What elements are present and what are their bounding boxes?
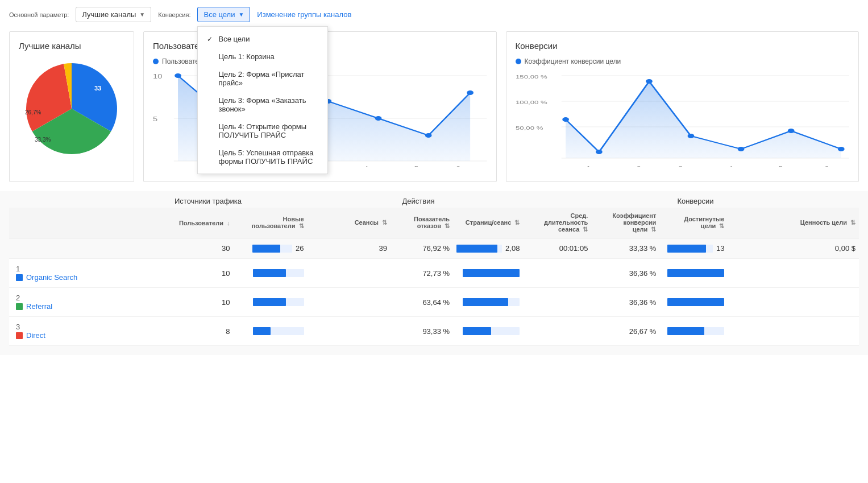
direct-color (16, 332, 23, 339)
row2-bounce: 63,64 % (391, 288, 453, 317)
row3-users: 8 (111, 317, 234, 346)
svg-text:6 окт.: 6 окт. (824, 165, 843, 167)
row1-users: 10 (111, 259, 234, 288)
row1-channel: 1 Organic Search (9, 259, 111, 288)
col-sessions[interactable]: Сеансы ⇅ (308, 208, 391, 238)
referral-color (16, 303, 23, 310)
col-duration[interactable]: Сред.длительностьсеанса ⇅ (523, 208, 591, 238)
total-duration: 00:01:05 (523, 238, 591, 259)
svg-point-14 (425, 133, 432, 138)
dropdown-item-goal4[interactable]: Цель 4: Открытие формы ПОЛУЧИТЬ ПРАЙС (198, 118, 327, 144)
top-controls: Основной параметр: Лучшие каналы ▼ Конве… (0, 0, 868, 27)
total-bounce: 76,92 % (391, 238, 453, 259)
traffic-group-label: Источники трафика (111, 197, 305, 205)
table-row: 3 Direct 8 93,33 % (9, 317, 859, 346)
col-conv-rate[interactable]: Коэффициентконверсиицели ⇅ (591, 208, 659, 238)
svg-text:150,00 %: 150,00 % (516, 74, 547, 80)
row3-conv-rate: 26,67 % (591, 317, 659, 346)
col-new-users[interactable]: Новыепользователи ⇅ (234, 208, 308, 238)
total-new-users: 26 (234, 238, 308, 259)
direct-link[interactable]: Direct (16, 331, 108, 340)
dropdown-item-goal2[interactable]: Цель 2: Форма «Прислат прайс» (198, 65, 327, 92)
svg-point-31 (562, 117, 569, 122)
primary-param-dropdown[interactable]: Лучшие каналы ▼ (76, 7, 151, 22)
table-section: Источники трафика Действия Конверсии Пол… (0, 191, 868, 355)
total-users: 30 (111, 238, 234, 259)
referral-link[interactable]: Referral (16, 302, 108, 311)
svg-text:1 окт.: 1 окт. (586, 165, 605, 167)
organic-search-link[interactable]: Organic Search (16, 273, 108, 282)
total-channel (9, 238, 111, 259)
row1-conv-rate: 36,36 % (591, 259, 659, 288)
row1-new-users (234, 259, 308, 288)
conversions-chart-title: Конверсии (516, 41, 850, 51)
svg-text:26,7%: 26,7% (25, 109, 41, 115)
row3-goal-value (728, 317, 859, 346)
col-users[interactable]: Пользователи ↓ (111, 208, 234, 238)
col-goals[interactable]: Достигнутыецели ⇅ (659, 208, 728, 238)
row3-channel: 3 Direct (9, 317, 111, 346)
svg-text:6 окт.: 6 окт. (456, 165, 475, 167)
svg-marker-30 (566, 81, 841, 158)
svg-text:3 окт.: 3 окт. (678, 165, 697, 167)
row1-goals (659, 259, 728, 288)
row3-new-users (234, 317, 308, 346)
total-pages: 2,08 (453, 238, 523, 259)
svg-text:5 окт.: 5 окт. (778, 165, 797, 167)
svg-text:5: 5 (153, 116, 157, 122)
row1-goal-value (728, 259, 859, 288)
conversions-line-chart: 150,00 % 100,00 % 50,00 % ... (516, 70, 850, 172)
row2-sessions (308, 288, 391, 317)
change-group-link[interactable]: Изменение группы каналов (257, 10, 351, 19)
dropdown-item-goal1[interactable]: Цель 1: Корзина (198, 48, 327, 65)
conversions-legend-dot (516, 59, 521, 64)
pie-chart: 33 33,3% 26,7% (19, 57, 124, 160)
col-pages[interactable]: Страниц/сеанс ⇅ (453, 208, 523, 238)
svg-text:5 окт.: 5 окт. (414, 165, 433, 167)
row2-conv-rate: 36,36 % (591, 288, 659, 317)
check-icon: ✓ (207, 35, 215, 43)
row2-goals (659, 288, 728, 317)
data-table: Пользователи ↓ Новыепользователи ⇅ Сеанс… (9, 208, 859, 346)
table-row: 1 Organic Search 10 72,73 % (9, 259, 859, 288)
primary-param-arrow-icon: ▼ (139, 11, 145, 18)
users-legend-dot (153, 59, 159, 64)
svg-text:33,3%: 33,3% (35, 137, 51, 143)
row3-pages (453, 317, 523, 346)
total-goal-value: 0,00 $ (728, 238, 859, 259)
row3-bounce: 93,33 % (391, 317, 453, 346)
svg-text:...: ... (553, 165, 559, 167)
svg-text:50,00 %: 50,00 % (516, 125, 543, 131)
svg-text:2 окт.: 2 окт. (636, 165, 655, 167)
col-channel[interactable] (9, 208, 111, 238)
dropdown-item-all[interactable]: ✓ Все цели (198, 30, 327, 48)
conversions-chart-box: Конверсии Коэффициент конверсии цели 150… (506, 31, 859, 182)
dropdown-item-goal5[interactable]: Цель 5: Успешная отправка формы ПОЛУЧИТЬ… (198, 144, 327, 170)
table-row: 2 Referral 10 63,64 % (9, 288, 859, 317)
primary-param-label: Основной параметр: (9, 11, 69, 18)
row2-goal-value (728, 288, 859, 317)
conversion-dropdown[interactable]: Все цели ▼ (197, 7, 250, 22)
col-bounce[interactable]: Показательотказов ⇅ (391, 208, 453, 238)
row2-duration (523, 288, 591, 317)
svg-text:33: 33 (94, 85, 101, 92)
svg-point-9 (175, 73, 181, 78)
svg-point-13 (375, 116, 382, 121)
conversions-chart-legend: Коэффициент конверсии цели (516, 57, 850, 65)
conversion-arrow-icon: ▼ (238, 11, 244, 18)
svg-point-34 (687, 134, 694, 138)
charts-area: Лучшие каналы 33 33,3% 26,7% Пользовател… (0, 31, 868, 191)
row3-goals (659, 317, 728, 346)
dropdown-item-goal3[interactable]: Цель 3: Форма «Заказать звонок» (198, 92, 327, 118)
total-row: 30 26 39 76,92 % 2 (9, 238, 859, 259)
row1-duration (523, 259, 591, 288)
svg-text:100,00 %: 100,00 % (516, 100, 547, 105)
svg-text:...: ... (165, 165, 172, 167)
conversion-dropdown-menu: ✓ Все цели Цель 1: Корзина Цель 2: Форма… (197, 26, 328, 174)
svg-point-36 (787, 129, 794, 133)
col-goal-value[interactable]: Ценность цели ⇅ (728, 208, 859, 238)
conversion-label: Конверсия: (158, 11, 190, 18)
row3-sessions (308, 317, 391, 346)
total-conv-rate: 33,33 % (591, 238, 659, 259)
actions-group-label: Действия (305, 197, 532, 205)
